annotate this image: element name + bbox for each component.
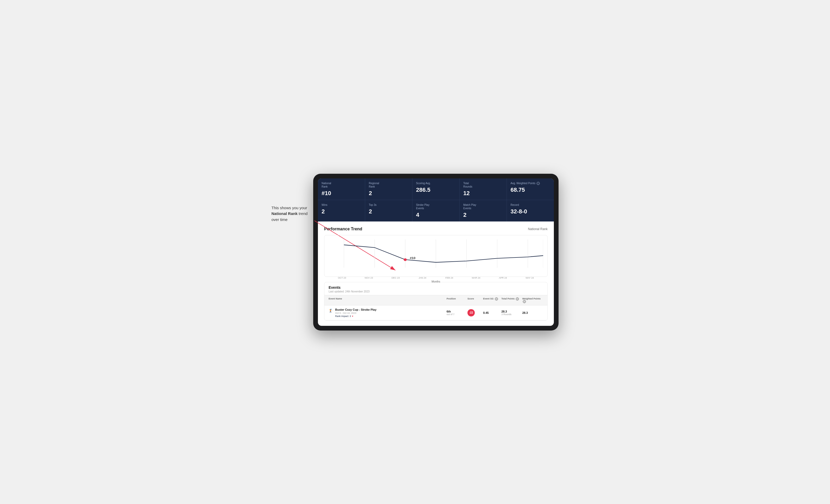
stat-wins: Wins 2 bbox=[318, 200, 365, 222]
events-section: Events Last updated: 24th November 2023 … bbox=[324, 282, 548, 321]
event-score: -22 bbox=[468, 309, 483, 316]
events-header: Events Last updated: 24th November 2023 bbox=[324, 282, 547, 295]
stats-header-row1: NationalRank #10 RegionalRank 2 Scoring … bbox=[318, 178, 554, 200]
stat-stroke-play-events: Stroke PlayEvents 4 bbox=[412, 200, 459, 222]
performance-trend-header: Performance Trend National Rank bbox=[324, 227, 548, 231]
col-event-name: Event Name bbox=[329, 297, 447, 303]
col-position: Position bbox=[447, 297, 468, 303]
performance-trend-label: National Rank bbox=[528, 227, 548, 231]
events-title: Events bbox=[329, 285, 543, 290]
performance-chart: #10 OCT 23 NOV 23 DEC 23 JAN 24 FEB 24 M… bbox=[324, 235, 548, 277]
col-weighted-points: Weighted Points ⓘ bbox=[522, 297, 543, 303]
stat-record: Record 32-8-0 bbox=[507, 200, 554, 222]
event-name-info: Buster Cozy Cup - Stroke Play Oct 9 - Oc… bbox=[335, 308, 376, 317]
performance-trend-title: Performance Trend bbox=[324, 227, 362, 231]
stats-header-row2: Wins 2 Top 3s 2 Stroke PlayEvents 4 Matc… bbox=[318, 200, 554, 222]
event-position: 6th out of 7 bbox=[447, 310, 468, 316]
stat-scoring-avg: Scoring Avg. 286.5 bbox=[412, 178, 459, 200]
chart-x-axis: OCT 23 NOV 23 DEC 23 JAN 24 FEB 24 MAR 2… bbox=[329, 275, 543, 279]
col-event-sg: Event SG ⓘ bbox=[483, 297, 501, 303]
events-last-updated: Last updated: 24th November 2023 bbox=[329, 290, 543, 293]
event-icon: 🏌️ bbox=[329, 309, 333, 313]
event-sg: 0.45 bbox=[483, 311, 501, 314]
stat-match-play-events: Match PlayEvents 2 bbox=[459, 200, 507, 222]
tablet-device: NationalRank #10 RegionalRank 2 Scoring … bbox=[313, 174, 558, 331]
event-date: Oct 9 - Oct 10, 2023 bbox=[335, 312, 376, 314]
tooltip-annotation: This shows you your National Rank trend … bbox=[272, 205, 313, 223]
performance-trend-section: Performance Trend National Rank bbox=[324, 227, 548, 277]
stat-total-rounds: TotalRounds 12 bbox=[459, 178, 507, 200]
stat-top3s: Top 3s 2 bbox=[365, 200, 412, 222]
stat-regional-rank: RegionalRank 2 bbox=[365, 178, 412, 200]
rank-impact-arrow: ▼ bbox=[352, 315, 354, 317]
stat-avg-weighted-points: Avg. Weighted Points ⓘ 68.75 bbox=[507, 178, 554, 200]
chart-svg: #10 bbox=[329, 239, 543, 274]
events-table-header: Event Name Position Score Event SG ⓘ Tot… bbox=[324, 295, 547, 305]
event-weighted-points: 28.3 bbox=[522, 311, 543, 314]
stat-national-rank: NationalRank #10 bbox=[318, 178, 365, 200]
event-total-points: 28.3 3 Rounds bbox=[501, 310, 522, 316]
tablet-screen: NationalRank #10 RegionalRank 2 Scoring … bbox=[318, 178, 554, 326]
svg-point-10 bbox=[404, 258, 407, 261]
event-row: 🏌️ Buster Cozy Cup - Stroke Play Oct 9 -… bbox=[324, 305, 547, 321]
page-wrapper: This shows you your National Rank trend … bbox=[272, 174, 558, 331]
main-content: Performance Trend National Rank bbox=[318, 222, 554, 326]
col-total-points: Total Points ⓘ bbox=[501, 297, 522, 303]
event-name-cell: 🏌️ Buster Cozy Cup - Stroke Play Oct 9 -… bbox=[329, 308, 447, 317]
col-score: Score bbox=[468, 297, 483, 303]
svg-text:#10: #10 bbox=[410, 256, 416, 260]
chart-months-label: Months bbox=[329, 280, 543, 283]
event-rank-impact: Rank Impact: 3 ▼ bbox=[335, 315, 376, 317]
event-name-text: Buster Cozy Cup - Stroke Play bbox=[335, 308, 376, 311]
